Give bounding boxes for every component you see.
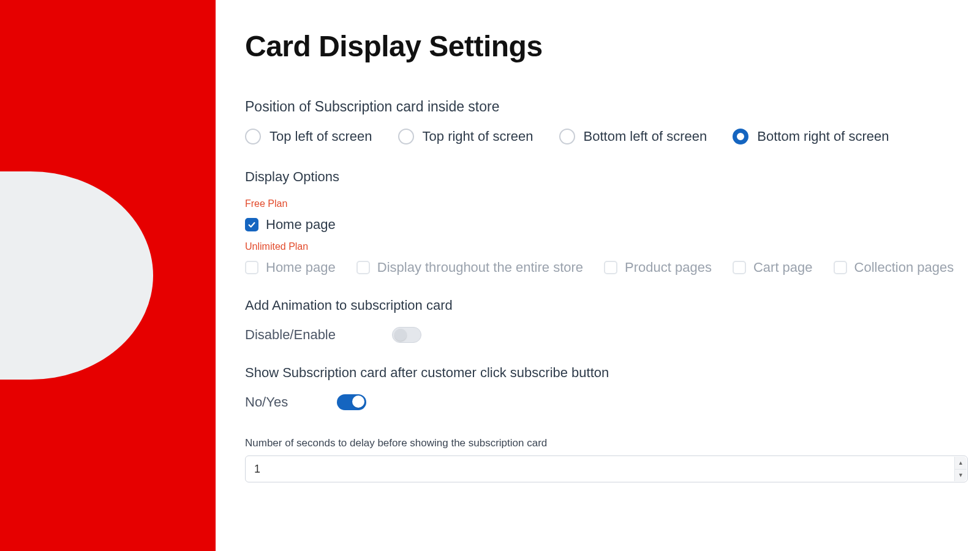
checkbox-label: Home page xyxy=(266,260,336,276)
checkbox-icon xyxy=(733,261,746,274)
display-options-heading: Display Options xyxy=(245,169,968,185)
checkbox-cart-page[interactable]: Cart page xyxy=(733,260,813,276)
checkbox-icon xyxy=(834,261,847,274)
radio-label: Top right of screen xyxy=(423,129,533,144)
position-section: Position of Subscription card inside sto… xyxy=(245,99,968,144)
show-after-toggle-label: No/Yes xyxy=(245,394,300,410)
page-title: Card Display Settings xyxy=(245,29,968,63)
checkbox-collection-pages[interactable]: Collection pages xyxy=(834,260,954,276)
checkbox-product-pages[interactable]: Product pages xyxy=(604,260,712,276)
checkbox-entire-store[interactable]: Display throughout the entire store xyxy=(356,260,583,276)
checkbox-icon xyxy=(604,261,617,274)
delay-input[interactable] xyxy=(245,455,968,482)
delay-label: Number of seconds to delay before showin… xyxy=(245,437,968,449)
position-heading: Position of Subscription card inside sto… xyxy=(245,99,968,115)
toggle-knob-icon xyxy=(352,395,364,408)
toggle-knob-icon xyxy=(394,329,407,341)
animation-toggle[interactable] xyxy=(392,327,421,343)
delay-input-wrapper: ▲ ▼ xyxy=(245,455,968,482)
animation-heading: Add Animation to subscription card xyxy=(245,298,968,313)
radio-bottom-right[interactable]: Bottom right of screen xyxy=(733,129,889,144)
radio-bottom-left[interactable]: Bottom left of screen xyxy=(559,129,707,144)
show-after-toggle[interactable] xyxy=(337,394,366,410)
free-plan-label: Free Plan xyxy=(245,198,968,209)
radio-label: Top left of screen xyxy=(270,129,372,144)
play-icon xyxy=(0,171,153,380)
radio-icon xyxy=(733,129,748,144)
checkbox-label: Collection pages xyxy=(854,260,954,276)
display-options-section: Display Options Free Plan Home page Unli… xyxy=(245,169,968,276)
radio-icon xyxy=(559,129,575,144)
radio-label: Bottom right of screen xyxy=(757,129,889,144)
spinner-down-button[interactable]: ▼ xyxy=(954,470,967,482)
checkbox-label: Product pages xyxy=(625,260,712,276)
checkbox-icon xyxy=(356,261,370,274)
radio-label: Bottom left of screen xyxy=(584,129,707,144)
radio-top-right[interactable]: Top right of screen xyxy=(398,129,533,144)
checkbox-home-page-free[interactable]: Home page xyxy=(245,217,336,233)
spinner-up-button[interactable]: ▲ xyxy=(954,457,967,470)
radio-top-left[interactable]: Top left of screen xyxy=(245,129,372,144)
checkbox-home-page-unlimited[interactable]: Home page xyxy=(245,260,336,276)
show-after-heading: Show Subscription card after customer cl… xyxy=(245,365,968,381)
free-plan-checkbox-row: Home page xyxy=(245,217,968,233)
checkbox-label: Display throughout the entire store xyxy=(377,260,583,276)
main-content: Card Display Settings Position of Subscr… xyxy=(216,0,980,551)
checkbox-label: Home page xyxy=(266,217,336,233)
position-radio-group: Top left of screen Top right of screen B… xyxy=(245,129,968,144)
radio-icon xyxy=(398,129,414,144)
animation-section: Add Animation to subscription card Disab… xyxy=(245,298,968,343)
unlimited-plan-checkbox-row: Home page Display throughout the entire … xyxy=(245,260,968,276)
spinner-controls: ▲ ▼ xyxy=(954,457,967,481)
checkbox-icon xyxy=(245,218,258,231)
show-after-subscribe-section: Show Subscription card after customer cl… xyxy=(245,365,968,410)
animation-toggle-label: Disable/Enable xyxy=(245,327,337,343)
sidebar-brand-panel xyxy=(0,0,216,551)
unlimited-plan-label: Unlimited Plan xyxy=(245,241,968,252)
radio-icon xyxy=(245,129,261,144)
checkbox-label: Cart page xyxy=(753,260,813,276)
checkbox-icon xyxy=(245,261,258,274)
